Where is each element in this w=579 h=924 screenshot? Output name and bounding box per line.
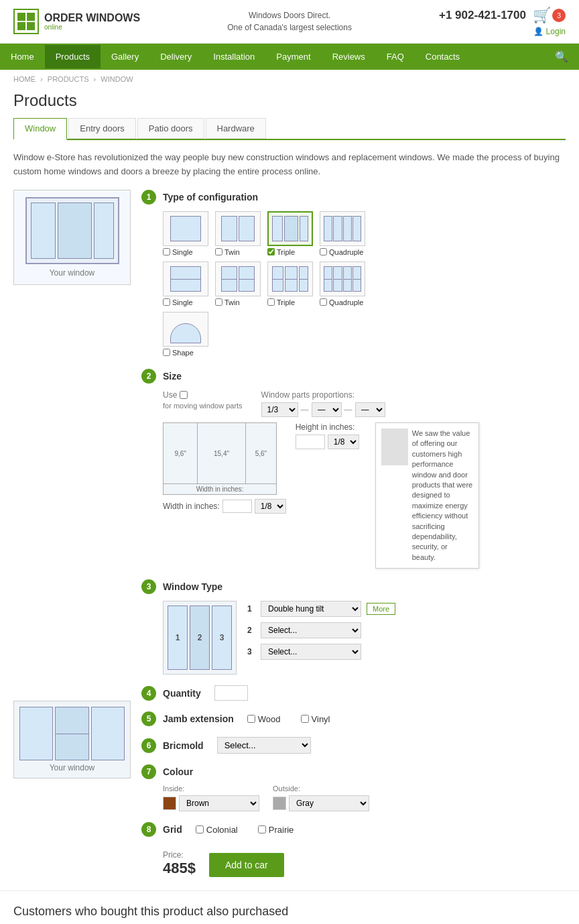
nav-products[interactable]: Products [45, 45, 101, 68]
nav-reviews[interactable]: Reviews [322, 45, 376, 68]
section-7-title: Colour [163, 766, 193, 777]
brickmold-select[interactable]: Select... [217, 737, 311, 754]
nav-home[interactable]: Home [0, 45, 45, 68]
nav-delivery[interactable]: Delivery [149, 45, 202, 68]
nav-faq[interactable]: FAQ [376, 45, 415, 68]
quantity-input[interactable]: 1 [214, 685, 248, 701]
outside-label: Outside: [273, 785, 369, 793]
config-single-1[interactable]: Single [163, 211, 208, 256]
width-label: Width in inches: [164, 483, 276, 494]
checkbox-twin-2[interactable] [215, 298, 222, 306]
proportion-select-2[interactable]: — [312, 402, 342, 417]
breadcrumb-current: WINDOW [101, 75, 133, 83]
grid-colonial-checkbox[interactable] [196, 825, 204, 833]
nav-contacts[interactable]: Contacts [415, 45, 470, 68]
checkbox-triple-1[interactable] [267, 248, 275, 255]
checkbox-twin-1[interactable] [215, 248, 222, 255]
price-label: Price: [163, 850, 196, 860]
logo-text: ORDER WINDOWS [44, 13, 140, 23]
checkbox-single-1[interactable] [163, 248, 170, 255]
section-8-title: Grid [163, 824, 182, 835]
section-7-number: 7 [141, 764, 156, 779]
preview-panel: Your window Your window [13, 190, 131, 891]
breadcrumb-products[interactable]: PRODUCTS [48, 75, 89, 83]
checkbox-quadruple-1[interactable] [320, 248, 327, 255]
config-triple-1[interactable]: Triple [267, 211, 313, 256]
config-single-2[interactable]: Single [163, 262, 208, 306]
label-twin-1: Twin [224, 248, 240, 256]
nav-gallery[interactable]: Gallery [101, 45, 149, 68]
section-grid: 8 Grid Colonial Prairie [141, 822, 566, 837]
outside-swatch [273, 797, 286, 810]
checkbox-triple-2[interactable] [267, 298, 275, 306]
user-icon: 👤 [533, 27, 543, 36]
height-fraction-select[interactable]: 1/8 [328, 435, 359, 449]
label-quadruple-1: Quadruple [329, 248, 363, 256]
section-window-type: 3 Window Type 1 2 3 1 Double hung tilt M… [141, 579, 566, 675]
section-brickmold: 6 Bricmold Select... [141, 737, 566, 754]
nav-payment[interactable]: Payment [265, 45, 321, 68]
type-num-3: 3 [247, 647, 255, 656]
more-button-1[interactable]: More [367, 603, 395, 615]
pane-2-label: 15,4" [198, 423, 245, 483]
add-to-cart-button[interactable]: Add to car [209, 853, 284, 877]
checkbox-single-2[interactable] [163, 298, 170, 306]
jamb-vinyl-label: Vinyl [312, 714, 330, 724]
header-tagline: Windows Doors Direct. One of Canada's la… [227, 9, 352, 34]
config-quadruple-2[interactable]: Quadruple [320, 262, 365, 306]
type-select-2[interactable]: Select... [261, 622, 361, 638]
label-single-2: Single [172, 298, 193, 306]
jamb-wood-checkbox[interactable] [247, 715, 255, 723]
grid-prairie-checkbox[interactable] [258, 825, 266, 833]
breadcrumb-home[interactable]: HOME [13, 75, 36, 83]
tooltip-text: We saw the value of offering our custome… [412, 428, 473, 563]
config-twin-2[interactable]: Twin [215, 262, 261, 306]
product-description: Window e-Store has revolutionized the wa… [0, 151, 579, 190]
logo-online: online [44, 23, 140, 31]
section-1-title: Type of configuration [163, 192, 258, 203]
width-input[interactable]: 20 [222, 500, 252, 513]
tab-patio-doors[interactable]: Patio doors [137, 118, 204, 139]
tab-window[interactable]: Window [13, 118, 67, 140]
section-5-number: 5 [141, 711, 156, 726]
height-input[interactable]: 14 [296, 435, 325, 449]
section-colour: 7 Colour Inside: Brown Outside: [141, 764, 566, 811]
section-config: 1 Type of configuration Single [141, 190, 566, 359]
use-sublabel: for moving window parts [163, 401, 243, 410]
config-panel: 1 Type of configuration Single [141, 190, 566, 891]
tab-hardware[interactable]: Hardware [206, 118, 266, 139]
window-type-preview: Your window [13, 701, 131, 778]
width-in-label: Width in inches: [163, 502, 220, 511]
label-single-1: Single [172, 248, 193, 256]
grid-prairie-label: Prairie [269, 825, 294, 835]
proportion-select-1[interactable]: 1/3 [261, 402, 298, 417]
cart-icon[interactable]: 🛒 [533, 7, 551, 24]
width-fraction-select[interactable]: 1/8 [255, 499, 286, 514]
main-nav: Home Products Gallery Delivery Installat… [0, 44, 579, 70]
checkbox-quadruple-2[interactable] [320, 298, 327, 306]
type-num-1: 1 [247, 604, 255, 614]
config-triple-2[interactable]: Triple [267, 262, 313, 306]
config-shape[interactable]: Shape [163, 312, 208, 357]
type-preview-label: Your window [19, 763, 125, 772]
outside-colour-select[interactable]: Gray [289, 795, 369, 811]
breadcrumb-sep2: › [94, 75, 96, 83]
type-select-3[interactable]: Select... [261, 644, 361, 660]
type-select-1[interactable]: Double hung tilt [261, 601, 361, 617]
inside-colour-select[interactable]: Brown [179, 795, 259, 811]
nav-installation[interactable]: Installation [202, 45, 265, 68]
proportion-select-3[interactable]: — [355, 402, 385, 417]
tab-entry-doors[interactable]: Entry doors [68, 118, 135, 139]
config-quadruple-1[interactable]: Quadruple [320, 211, 365, 256]
jamb-vinyl-checkbox[interactable] [301, 715, 309, 723]
section-6-number: 6 [141, 738, 156, 753]
use-checkbox[interactable] [180, 391, 188, 399]
price-section: Price: 485$ Add to car [163, 850, 566, 877]
page-title: Products [0, 89, 579, 118]
search-icon[interactable]: 🔍 [544, 44, 579, 70]
login-link[interactable]: Login [546, 27, 566, 36]
checkbox-shape[interactable] [163, 349, 170, 356]
logo: ORDER WINDOWS online [13, 9, 140, 34]
config-twin-1[interactable]: Twin [215, 211, 261, 256]
section-3-title: Window Type [163, 581, 222, 592]
